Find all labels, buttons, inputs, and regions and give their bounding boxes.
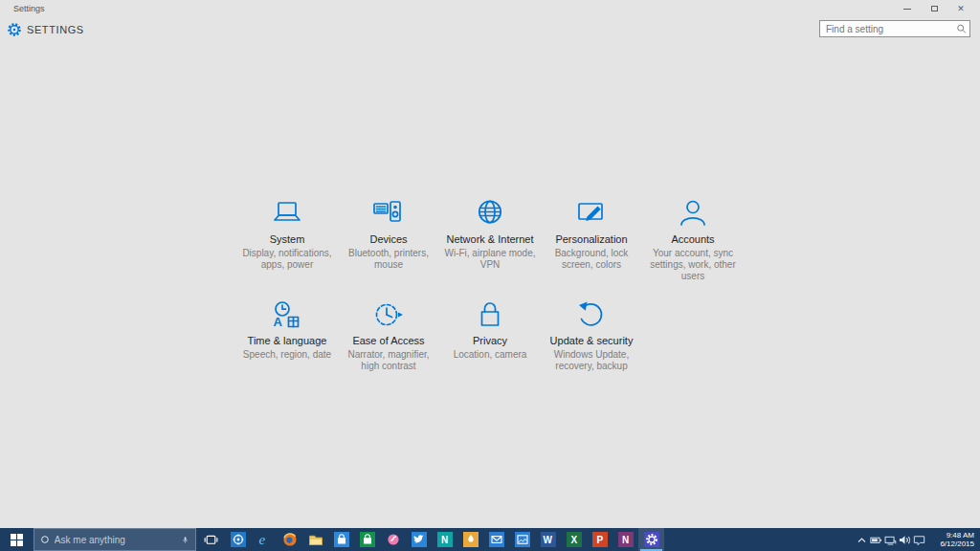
taskbar-app-insider-hub[interactable] bbox=[225, 528, 251, 551]
tile-system[interactable]: System Display, notifications, apps, pow… bbox=[236, 199, 338, 271]
taskbar-app-twitter[interactable] bbox=[406, 528, 432, 551]
taskbar-app-store-beta[interactable] bbox=[354, 528, 380, 551]
tile-personalization[interactable]: Personalization Background, lock screen,… bbox=[541, 199, 642, 271]
taskbar-app-photos[interactable] bbox=[509, 528, 535, 551]
tile-time-language[interactable]: A Time & language Speech, region, date bbox=[236, 300, 338, 361]
photos-icon bbox=[515, 532, 530, 547]
maximize-button[interactable] bbox=[921, 0, 947, 17]
tile-subtitle: Display, notifications, apps, power bbox=[236, 248, 338, 271]
taskbar-app-settings[interactable] bbox=[638, 528, 664, 551]
tile-update-security[interactable]: Update & security Windows Update, recove… bbox=[541, 300, 642, 372]
minimize-button[interactable] bbox=[894, 0, 921, 17]
taskbar-app-internet-explorer[interactable]: e bbox=[251, 528, 277, 551]
taskbar-app-onenote[interactable]: N bbox=[612, 528, 638, 551]
taskbar-app-excel[interactable]: X bbox=[561, 528, 587, 551]
tile-ease-of-access[interactable]: Ease of Access Narrator, magnifier, high… bbox=[338, 300, 439, 372]
taskbar-app-mail[interactable] bbox=[483, 528, 509, 551]
taskbar-app-file-explorer[interactable] bbox=[302, 528, 328, 551]
desktop: Settings ✕ SETTINGS System Display, noti… bbox=[0, 0, 980, 551]
tile-network-internet[interactable]: Network & Internet Wi-Fi, airplane mode,… bbox=[439, 199, 541, 271]
tray-time: 9:48 AM bbox=[926, 531, 974, 540]
powerpoint-icon: P bbox=[592, 532, 608, 547]
svg-text:N: N bbox=[441, 535, 448, 545]
svg-text:W: W bbox=[543, 535, 552, 545]
person-icon bbox=[676, 199, 710, 228]
taskbar-app-amber[interactable] bbox=[457, 528, 483, 551]
insider-hub-icon bbox=[231, 532, 246, 547]
mail-icon bbox=[489, 532, 504, 547]
taskbar-app-word[interactable]: W bbox=[535, 528, 561, 551]
tray-network-icon[interactable] bbox=[883, 528, 898, 551]
tray-volume-icon[interactable] bbox=[898, 528, 912, 551]
page-title: SETTINGS bbox=[27, 24, 84, 35]
excel-icon: X bbox=[567, 532, 582, 547]
candy-app-icon bbox=[386, 532, 401, 547]
taskbar-search-input[interactable] bbox=[50, 535, 181, 545]
tile-subtitle: Wi-Fi, airplane mode, VPN bbox=[439, 248, 541, 271]
tile-title: Accounts bbox=[642, 233, 744, 246]
tile-subtitle: Speech, region, date bbox=[236, 349, 338, 361]
tray-action-center-icon[interactable] bbox=[912, 528, 926, 551]
start-button[interactable] bbox=[0, 528, 33, 551]
taskbar-app-store[interactable] bbox=[328, 528, 354, 551]
svg-text:N: N bbox=[622, 535, 629, 545]
task-view-icon bbox=[204, 533, 218, 547]
tile-title: Time & language bbox=[236, 335, 338, 347]
tile-title: Privacy bbox=[439, 335, 541, 347]
taskbar-searchbox[interactable] bbox=[33, 528, 196, 551]
devices-icon bbox=[371, 199, 406, 228]
search-icon[interactable] bbox=[956, 22, 967, 35]
file-explorer-icon bbox=[308, 532, 323, 547]
cortana-icon bbox=[40, 533, 50, 546]
n-app-icon: N bbox=[437, 532, 453, 547]
find-setting-input[interactable] bbox=[820, 24, 956, 34]
tile-subtitle: Bluetooth, printers, mouse bbox=[338, 248, 439, 271]
firefox-icon bbox=[282, 532, 298, 547]
tray-chevron-up-button[interactable] bbox=[855, 528, 869, 551]
maximize-icon bbox=[931, 6, 938, 11]
window-title: Settings bbox=[13, 4, 45, 13]
taskbar-app-firefox[interactable] bbox=[277, 528, 302, 551]
svg-text:X: X bbox=[570, 535, 577, 545]
tile-subtitle: Windows Update, recovery, backup bbox=[541, 349, 642, 372]
tile-title: System bbox=[236, 233, 338, 246]
svg-text:e: e bbox=[258, 532, 265, 547]
internet-explorer-icon: e bbox=[256, 532, 272, 547]
tile-subtitle: Location, camera bbox=[439, 349, 541, 361]
taskbar-empty-area bbox=[664, 528, 855, 551]
tile-devices[interactable]: Devices Bluetooth, printers, mouse bbox=[338, 199, 439, 271]
tile-title: Devices bbox=[338, 233, 439, 246]
settings-app-icon bbox=[644, 532, 659, 547]
store-icon bbox=[334, 532, 349, 547]
taskbar-app-n[interactable]: N bbox=[432, 528, 457, 551]
lock-icon bbox=[473, 300, 507, 329]
tile-title: Ease of Access bbox=[338, 335, 439, 347]
taskbar-app-powerpoint[interactable]: P bbox=[587, 528, 612, 551]
laptop-icon bbox=[270, 199, 304, 228]
onenote-icon: N bbox=[618, 532, 634, 547]
find-setting-searchbox[interactable] bbox=[819, 20, 970, 37]
twitter-bird-icon bbox=[412, 532, 427, 547]
taskbar-clock[interactable]: 9:48 AM 6/12/2015 bbox=[926, 531, 980, 548]
system-tray: 9:48 AM 6/12/2015 bbox=[855, 528, 980, 551]
tray-battery-icon[interactable] bbox=[869, 528, 883, 551]
clock-language-icon: A bbox=[270, 300, 304, 329]
tile-title: Personalization bbox=[541, 233, 642, 246]
svg-text:P: P bbox=[596, 535, 603, 545]
store-beta-icon bbox=[360, 532, 375, 547]
close-button[interactable]: ✕ bbox=[947, 0, 974, 17]
tile-subtitle: Your account, sync settings, work, other… bbox=[642, 248, 744, 282]
settings-gear-icon bbox=[7, 22, 22, 37]
tile-accounts[interactable]: Accounts Your account, sync settings, wo… bbox=[642, 199, 744, 282]
word-icon: W bbox=[541, 532, 556, 547]
task-view-button[interactable] bbox=[196, 528, 225, 551]
microphone-icon[interactable] bbox=[181, 534, 189, 546]
tile-title: Update & security bbox=[541, 335, 642, 347]
close-icon: ✕ bbox=[957, 5, 965, 13]
tile-privacy[interactable]: Privacy Location, camera bbox=[439, 300, 541, 361]
tile-title: Network & Internet bbox=[439, 233, 541, 246]
taskbar-app-candy[interactable] bbox=[380, 528, 406, 551]
refresh-icon bbox=[574, 300, 609, 329]
globe-icon bbox=[473, 199, 507, 228]
svg-text:A: A bbox=[274, 315, 283, 329]
